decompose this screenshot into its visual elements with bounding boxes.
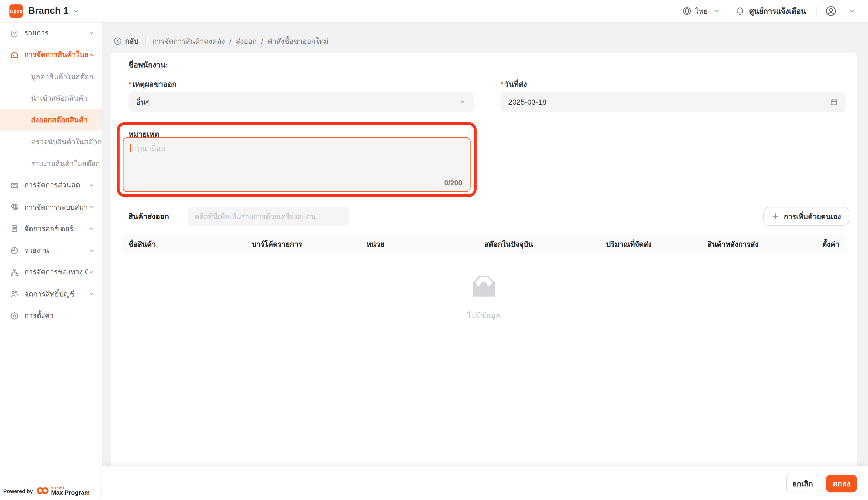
- divider: [816, 7, 816, 15]
- chevron-down-icon: [88, 30, 95, 36]
- form-card: ชื่อพนักงาน: *เหตุผลขาออก อื่นๆ *วันที่ส…: [111, 53, 857, 466]
- ship-date-field: *วันที่ส่ง 2025-03-18: [500, 78, 846, 112]
- table-header-settings: ตั้งค่า: [788, 238, 847, 250]
- footer-action-bar: ยกเลิก ตกลง: [102, 466, 868, 500]
- ship-date-input[interactable]: 2025-03-18: [500, 92, 846, 112]
- top-bar: Gpos Branch 1 ไทย ศูนย์การแจ้งเตือน: [0, 0, 868, 23]
- main-content: กลับ การจัดการสินค้าคงคลัง / ส่งออก / คำ…: [102, 22, 868, 500]
- confirm-button[interactable]: ตกลง: [826, 475, 857, 492]
- chevron-down-icon: [88, 182, 95, 189]
- sidebar-item-stock-management[interactable]: การจัดการสินค้าในสต๊...: [0, 44, 102, 66]
- required-mark: *: [500, 80, 503, 89]
- app-root: Gpos Branch 1 ไทย ศูนย์การแจ้งเตือน: [0, 0, 868, 500]
- chevron-down-icon: [88, 204, 95, 210]
- reason-selected-value: อื่นๆ: [136, 96, 459, 108]
- sidebar-item-stock-import[interactable]: นำเข้าสต๊อกสินค้า: [0, 88, 102, 109]
- ticket-icon: [10, 181, 19, 190]
- export-products-row: สินค้าส่งออก คลิกที่นี่เพื่อเพิ่มรายการด…: [129, 207, 849, 226]
- chevron-down-icon[interactable]: [849, 8, 856, 15]
- table-header-product-name: ชื่อสินค้า: [121, 238, 244, 250]
- notification-center-link[interactable]: ศูนย์การแจ้งเตือน: [749, 5, 806, 17]
- employee-name-label: ชื่อพนักงาน:: [129, 59, 168, 71]
- export-products-label: สินค้าส่งออก: [129, 210, 169, 222]
- chevron-up-icon: [88, 52, 95, 58]
- sidebar-item-stock-count[interactable]: ตรวจนับสินค้าในสต๊อก: [0, 131, 102, 152]
- ship-date-value: 2025-03-18: [508, 98, 830, 106]
- chevron-down-icon[interactable]: [714, 8, 721, 14]
- divider: [145, 37, 145, 45]
- calendar-icon: [830, 98, 838, 106]
- reason-select[interactable]: อื่นๆ: [129, 92, 474, 112]
- powered-by: Powered by sunmi Max Program: [0, 486, 102, 496]
- max-program-label: Max Program: [51, 490, 90, 496]
- back-circle-icon: [113, 37, 122, 45]
- gem-icon: [10, 203, 19, 212]
- sidebar: รายการ การจัดการสินค้าในสต๊... มูลค่าสิน…: [0, 22, 103, 500]
- clipboard-icon: [10, 224, 19, 233]
- user-avatar-icon[interactable]: [825, 5, 837, 17]
- sidebar-item-items[interactable]: รายการ: [0, 22, 102, 44]
- bell-icon[interactable]: [736, 7, 745, 15]
- character-counter: 0/200: [444, 179, 462, 187]
- sidebar-item-stock-value[interactable]: มูลค่าสินค้าในสต๊อก: [0, 66, 102, 87]
- back-button[interactable]: กลับ: [113, 35, 138, 47]
- chevron-down-icon: [88, 269, 95, 275]
- notes-placeholder: กรุณาป้อน: [132, 145, 165, 153]
- table-header-unit: หน่วย: [359, 238, 477, 250]
- chevron-down-icon: [88, 247, 95, 254]
- table-header-stock-after: สินค้าหลังการส่ง: [700, 238, 788, 250]
- language-label[interactable]: ไทย: [695, 5, 708, 17]
- sidebar-item-order-management[interactable]: จัดการออร์เดอร์: [0, 218, 102, 239]
- empty-state-text: ไม่มีข้อมูล: [468, 309, 500, 321]
- table-header-current-stock: สต๊อกในปัจจุบัน: [477, 238, 598, 250]
- breadcrumb: กลับ การจัดการสินค้าคงคลัง / ส่งออก / คำ…: [113, 34, 329, 47]
- sunmi-logo-icon: [36, 487, 49, 495]
- globe-icon[interactable]: [682, 7, 691, 15]
- table-header-ship-quantity: ปริมาณที่จัดส่ง: [599, 238, 700, 250]
- sidebar-item-settings[interactable]: การตั้งค่า: [0, 305, 102, 326]
- text-caret: [130, 145, 131, 152]
- gear-icon: [10, 311, 19, 320]
- sidebar-item-reports[interactable]: รายงาน: [0, 240, 102, 261]
- plus-icon: [772, 212, 779, 220]
- breadcrumb-item-export[interactable]: ส่งออก: [236, 35, 257, 47]
- manual-add-button[interactable]: การเพิ่มด้วยตนเอง: [763, 207, 849, 226]
- users-icon: [10, 289, 19, 298]
- sidebar-item-stock-export[interactable]: ส่งออกสต๊อกสินค้า: [0, 109, 102, 131]
- notes-highlight-annotation: หมายเหตุ กรุณาป้อน 0/200: [117, 122, 477, 197]
- branch-selector-label[interactable]: Branch 1: [28, 5, 68, 17]
- chevron-down-icon[interactable]: [72, 7, 80, 15]
- ship-date-label: วันที่ส่ง: [504, 80, 527, 89]
- required-mark: *: [129, 80, 132, 89]
- gpos-logo: Gpos: [9, 4, 23, 18]
- reason-field: *เหตุผลขาออก อื่นๆ: [129, 78, 474, 112]
- bag-icon: [10, 29, 19, 37]
- chevron-down-icon: [88, 291, 95, 297]
- scan-placeholder: คลิกที่นี่เพื่อเพิ่มรายการด้วยเครื่องสแก…: [194, 211, 316, 222]
- empty-state: ไม่มีข้อมูล: [111, 274, 857, 322]
- table-header-barcode: บาร์โค้ดรายการ: [244, 238, 359, 250]
- warehouse-icon: [10, 50, 19, 59]
- chevron-down-icon: [88, 225, 95, 232]
- sidebar-item-account-permissions[interactable]: จัดการสิทธิ์บัญชี: [0, 283, 102, 305]
- breadcrumb-item-inventory[interactable]: การจัดการสินค้าคงคลัง: [152, 35, 225, 47]
- sitemap-icon: [10, 268, 19, 276]
- sidebar-item-membership[interactable]: การจัดการระบบสมาชิก: [0, 196, 102, 218]
- scan-input[interactable]: คลิกที่นี่เพื่อเพิ่มรายการด้วยเครื่องสแก…: [188, 207, 349, 226]
- notes-textarea[interactable]: กรุณาป้อน 0/200: [123, 137, 470, 192]
- reason-label: เหตุผลขาออก: [132, 80, 177, 89]
- sidebar-item-channel-management[interactable]: การจัดการช่องทาง Gr...: [0, 261, 102, 283]
- sidebar-item-stock-report[interactable]: รายงานสินค้าในสต๊อก: [0, 152, 102, 174]
- table-header-row: ชื่อสินค้า บาร์โค้ดรายการ หน่วย สต๊อกในป…: [121, 235, 847, 254]
- sidebar-item-discount-management[interactable]: การจัดการส่วนลด: [0, 174, 102, 196]
- chevron-down-icon: [459, 98, 466, 105]
- clock-icon: [10, 246, 19, 255]
- cancel-button[interactable]: ยกเลิก: [786, 475, 819, 492]
- empty-box-icon: [468, 274, 500, 299]
- breadcrumb-item-new-outbound-order: คำสั่งซื้อขาออกใหม่: [268, 35, 329, 47]
